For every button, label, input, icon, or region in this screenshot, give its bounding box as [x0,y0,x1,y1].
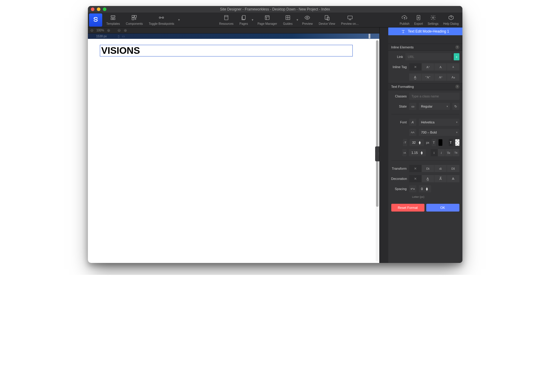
svg-rect-0 [132,16,134,18]
inline-tag-span[interactable]: A [434,63,447,71]
inline-tag-small[interactable]: A [447,63,459,71]
app-logo[interactable] [89,13,102,27]
publish-button[interactable]: Publish [397,14,412,25]
text-color-swatch[interactable] [439,139,442,146]
state-dropdown[interactable]: Regular [419,103,450,110]
style-smallcaps[interactable]: Tᴇ [452,149,459,156]
page-manager-icon [264,14,270,21]
templates-button[interactable]: Templates [103,14,123,25]
bp-mobile-icon[interactable]: ▯ [118,35,120,38]
breakpoints-icon [158,14,164,21]
text-formatting-panel: Classes State ▭ Regular ↻ Font A Helveti… [388,90,462,201]
help-dialog-button[interactable]: Help Dialog [441,14,461,25]
state-reset-button[interactable]: ↻ [452,103,459,110]
zoom-fit-out-icon[interactable]: ⊖ [117,28,121,33]
bp-drag-handle[interactable] [369,34,370,39]
link-url-input[interactable] [405,53,451,60]
link-label: Link [391,55,403,59]
pages-caret[interactable]: ▾ [251,14,254,25]
state-icon[interactable]: ▭ [409,103,416,110]
toolbar-left-more[interactable]: ▾ [177,14,181,25]
letter-spacing-input[interactable]: 0 ▲▼ [419,185,431,192]
breakpoint-bar[interactable]: ⋮ 1538 px ▯ ▭ [88,33,379,39]
text-color-icon: T [432,139,436,146]
preview-button[interactable]: Preview [299,14,316,25]
font-size-stepper[interactable]: ▲▼ [417,141,423,145]
minimize-window-button[interactable] [97,7,100,11]
section-inline-elements-header[interactable]: Inline Elements ? [388,44,462,51]
heading-1-text[interactable]: VISIONS [101,45,351,56]
svg-point-3 [159,17,161,19]
decoration-underline[interactable]: A̲ [422,175,434,182]
page-canvas[interactable]: VISIONS [88,39,379,263]
traffic-lights [88,7,106,11]
bp-menu-icon[interactable]: ⋮ [88,35,94,38]
window-title: Site Designer - Frameworkless - Desktop … [88,7,462,11]
style-bold[interactable]: i [431,149,438,156]
decoration-none[interactable]: ✕ [409,175,422,182]
letter-spacing-stepper[interactable]: ▲▼ [424,187,430,191]
font-family-dropdown[interactable]: Helvetica [419,119,459,126]
export-button[interactable]: Export [412,14,425,25]
heading-selection-box[interactable]: VISIONS [100,45,353,56]
spacing-sublabel: Letter (px) [412,195,459,198]
decoration-overline[interactable]: A̅ [434,175,447,182]
guides-caret[interactable]: ▾ [296,14,299,25]
device-view-icon [324,14,330,21]
line-height-input[interactable]: 1.15 ▲▼ [409,149,426,156]
classes-input[interactable] [409,93,459,100]
style-italic[interactable]: i [438,149,445,156]
svg-point-4 [162,17,164,19]
bg-color-swatch[interactable] [455,139,459,146]
maximize-window-button[interactable] [103,7,106,11]
toggle-breakpoints-button[interactable]: Toggle Breakpoints [146,14,177,25]
templates-icon [110,14,116,21]
pages-button[interactable]: Pages [236,14,251,25]
font-size-unit[interactable]: px [426,141,430,144]
help-formatting-icon[interactable]: ? [455,85,459,89]
zoom-percent[interactable]: 100% [97,29,104,32]
toolbar-center-group: Resources Pages ▾ Page Manager Guides ▾ … [216,14,362,25]
line-height-stepper[interactable]: ▲▼ [419,151,425,155]
components-button[interactable]: Components [123,14,146,25]
scrollbar-thumb[interactable] [376,40,378,207]
resources-button[interactable]: Resources [216,14,236,25]
preview-on-button[interactable]: Preview on… [338,14,362,25]
font-size-input[interactable]: 32 ▲▼ [410,139,424,146]
inline-tag-none[interactable]: ✕ [409,63,422,71]
inline-tag-seg-2: A̲ "A" A² A₂ [409,74,459,81]
inline-tag-sub2[interactable]: A₂ [447,74,459,81]
transform-uppercase[interactable]: DI [447,165,459,172]
svg-point-9 [307,17,308,19]
section-text-formatting-header[interactable]: Text Formatting ? [388,83,462,90]
transform-capitalize[interactable]: Di [422,165,434,172]
zoom-fit-in-icon[interactable]: ⊕ [124,28,127,33]
canvas-viewport[interactable]: VISIONS ⋮⋮ [88,39,379,263]
decoration-strike[interactable]: A̶ [447,175,459,182]
inline-tag-sup[interactable]: A¹ [422,63,434,71]
side-drawer-handle[interactable]: ⋮⋮ [375,146,379,161]
ok-button[interactable]: OK [426,204,459,212]
settings-button[interactable]: Settings [425,14,441,25]
transform-none[interactable]: ✕ [409,165,422,172]
bp-desktop-icon[interactable]: ▭ [122,35,125,38]
zoom-out-icon[interactable]: ⊖ [90,28,94,33]
zoom-in-icon[interactable]: ⊕ [107,28,110,33]
inline-tag-underline[interactable]: A̲ [409,74,422,81]
inline-tag-super2[interactable]: A² [434,74,447,81]
mode-bar: Text Edit Mode-Heading 1 [388,27,462,35]
font-style-seg: i i Te Tᴇ [431,149,459,156]
add-link-button[interactable]: ＋ [454,53,459,60]
titlebar: Site Designer - Frameworkless - Desktop … [88,6,462,13]
pages-icon [241,14,247,21]
reset-format-button[interactable]: Reset Format [391,204,424,212]
style-te[interactable]: Te [445,149,452,156]
page-manager-button[interactable]: Page Manager [254,14,280,25]
guides-button[interactable]: Guides [280,14,296,25]
transform-lowercase[interactable]: di [434,165,447,172]
device-view-button[interactable]: Device View [316,14,338,25]
help-inline-icon[interactable]: ? [455,45,459,49]
inline-tag-quote[interactable]: "A" [422,74,434,81]
font-weight-dropdown[interactable]: 700 – Bold [419,129,459,136]
close-window-button[interactable] [91,7,94,11]
